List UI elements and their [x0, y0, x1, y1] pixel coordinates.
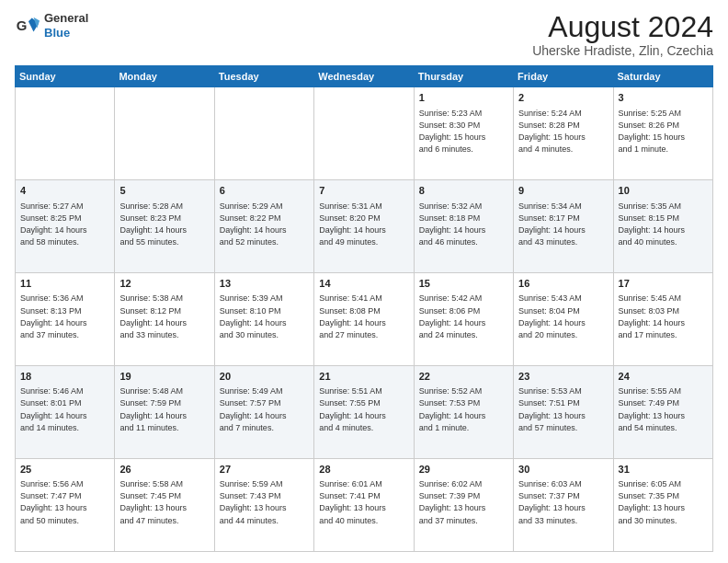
calendar-cell: 21Sunrise: 5:51 AM Sunset: 7:55 PM Dayli…: [314, 366, 414, 459]
calendar-cell: [16, 87, 115, 180]
calendar-cell: 24Sunrise: 5:55 AM Sunset: 7:49 PM Dayli…: [613, 366, 712, 459]
day-number: 13: [220, 277, 309, 291]
day-info: Sunrise: 5:39 AM Sunset: 8:10 PM Dayligh…: [220, 293, 309, 340]
calendar-cell: 8Sunrise: 5:32 AM Sunset: 8:18 PM Daylig…: [414, 180, 513, 273]
day-info: Sunrise: 6:03 AM Sunset: 7:37 PM Dayligh…: [518, 478, 608, 526]
day-number: 30: [518, 463, 608, 477]
calendar-cell: 13Sunrise: 5:39 AM Sunset: 8:10 PM Dayli…: [214, 273, 313, 366]
day-number: 11: [20, 277, 109, 291]
day-info: Sunrise: 5:41 AM Sunset: 8:08 PM Dayligh…: [319, 293, 408, 340]
calendar-cell: [314, 87, 414, 180]
title-block: August 2024 Uherske Hradiste, Zlin, Czec…: [532, 11, 713, 58]
calendar-cell: 4Sunrise: 5:27 AM Sunset: 8:25 PM Daylig…: [16, 180, 115, 273]
day-info: Sunrise: 6:01 AM Sunset: 7:41 PM Dayligh…: [319, 478, 408, 526]
calendar-cell: 28Sunrise: 6:01 AM Sunset: 7:41 PM Dayli…: [314, 459, 414, 552]
week-row-2: 4Sunrise: 5:27 AM Sunset: 8:25 PM Daylig…: [16, 180, 713, 273]
day-info: Sunrise: 5:55 AM Sunset: 7:49 PM Dayligh…: [619, 385, 708, 433]
day-info: Sunrise: 5:29 AM Sunset: 8:22 PM Dayligh…: [220, 201, 309, 248]
weekday-header-sunday: Sunday: [16, 66, 115, 87]
day-number: 29: [419, 463, 508, 477]
calendar-cell: 7Sunrise: 5:31 AM Sunset: 8:20 PM Daylig…: [314, 180, 414, 273]
day-info: Sunrise: 5:25 AM Sunset: 8:26 PM Dayligh…: [619, 108, 708, 155]
day-number: 28: [319, 463, 408, 477]
calendar-cell: 2Sunrise: 5:24 AM Sunset: 8:28 PM Daylig…: [514, 87, 613, 180]
logo-text: General Blue: [44, 11, 88, 40]
day-info: Sunrise: 5:59 AM Sunset: 7:43 PM Dayligh…: [220, 478, 309, 526]
weekday-header-tuesday: Tuesday: [214, 66, 313, 87]
day-number: 7: [319, 184, 408, 198]
day-info: Sunrise: 6:05 AM Sunset: 7:35 PM Dayligh…: [619, 478, 708, 526]
day-number: 12: [119, 277, 209, 291]
calendar-cell: 19Sunrise: 5:48 AM Sunset: 7:59 PM Dayli…: [115, 366, 214, 459]
day-info: Sunrise: 5:43 AM Sunset: 8:04 PM Dayligh…: [518, 293, 608, 340]
calendar-cell: 15Sunrise: 5:42 AM Sunset: 8:06 PM Dayli…: [414, 273, 513, 366]
day-info: Sunrise: 5:52 AM Sunset: 7:53 PM Dayligh…: [419, 385, 508, 433]
day-info: Sunrise: 5:51 AM Sunset: 7:55 PM Dayligh…: [319, 385, 408, 433]
week-row-5: 25Sunrise: 5:56 AM Sunset: 7:47 PM Dayli…: [16, 459, 713, 552]
calendar-cell: 14Sunrise: 5:41 AM Sunset: 8:08 PM Dayli…: [314, 273, 414, 366]
day-info: Sunrise: 5:56 AM Sunset: 7:47 PM Dayligh…: [20, 478, 109, 526]
day-number: 26: [119, 463, 209, 477]
day-info: Sunrise: 5:32 AM Sunset: 8:18 PM Dayligh…: [419, 201, 508, 248]
day-info: Sunrise: 5:36 AM Sunset: 8:13 PM Dayligh…: [20, 293, 109, 340]
day-number: 1: [419, 91, 508, 105]
day-number: 5: [119, 184, 209, 198]
day-info: Sunrise: 5:53 AM Sunset: 7:51 PM Dayligh…: [518, 385, 608, 433]
calendar-cell: 23Sunrise: 5:53 AM Sunset: 7:51 PM Dayli…: [514, 366, 613, 459]
calendar-cell: 17Sunrise: 5:45 AM Sunset: 8:03 PM Dayli…: [613, 273, 712, 366]
calendar-cell: 20Sunrise: 5:49 AM Sunset: 7:57 PM Dayli…: [214, 366, 313, 459]
day-number: 14: [319, 277, 408, 291]
header: G General Blue August 2024 Uherske Hradi…: [15, 11, 713, 58]
weekday-header-monday: Monday: [115, 66, 214, 87]
day-number: 22: [419, 370, 508, 384]
day-number: 18: [20, 370, 109, 384]
day-info: Sunrise: 5:35 AM Sunset: 8:15 PM Dayligh…: [619, 201, 708, 248]
weekday-header-thursday: Thursday: [414, 66, 513, 87]
day-info: Sunrise: 5:34 AM Sunset: 8:17 PM Dayligh…: [518, 201, 608, 248]
logo-line1: General: [44, 11, 88, 26]
day-number: 25: [20, 463, 109, 477]
calendar-cell: [214, 87, 313, 180]
calendar-cell: 5Sunrise: 5:28 AM Sunset: 8:23 PM Daylig…: [115, 180, 214, 273]
calendar-cell: 12Sunrise: 5:38 AM Sunset: 8:12 PM Dayli…: [115, 273, 214, 366]
weekday-header-row: SundayMondayTuesdayWednesdayThursdayFrid…: [16, 66, 713, 87]
calendar-cell: 25Sunrise: 5:56 AM Sunset: 7:47 PM Dayli…: [16, 459, 115, 552]
day-number: 2: [518, 91, 608, 105]
svg-text:G: G: [17, 17, 28, 32]
day-info: Sunrise: 5:46 AM Sunset: 8:01 PM Dayligh…: [20, 385, 109, 433]
day-info: Sunrise: 5:48 AM Sunset: 7:59 PM Dayligh…: [119, 385, 209, 433]
calendar-cell: 22Sunrise: 5:52 AM Sunset: 7:53 PM Dayli…: [414, 366, 513, 459]
day-info: Sunrise: 5:49 AM Sunset: 7:57 PM Dayligh…: [220, 385, 309, 433]
day-info: Sunrise: 5:42 AM Sunset: 8:06 PM Dayligh…: [419, 293, 508, 340]
calendar-cell: 10Sunrise: 5:35 AM Sunset: 8:15 PM Dayli…: [613, 180, 712, 273]
day-info: Sunrise: 5:58 AM Sunset: 7:45 PM Dayligh…: [119, 478, 209, 526]
week-row-3: 11Sunrise: 5:36 AM Sunset: 8:13 PM Dayli…: [16, 273, 713, 366]
weekday-header-friday: Friday: [514, 66, 613, 87]
day-number: 8: [419, 184, 508, 198]
day-info: Sunrise: 6:02 AM Sunset: 7:39 PM Dayligh…: [419, 478, 508, 526]
calendar-cell: 1Sunrise: 5:23 AM Sunset: 8:30 PM Daylig…: [414, 87, 513, 180]
day-number: 16: [518, 277, 608, 291]
day-number: 20: [220, 370, 309, 384]
calendar-cell: 9Sunrise: 5:34 AM Sunset: 8:17 PM Daylig…: [514, 180, 613, 273]
day-number: 24: [619, 370, 708, 384]
day-number: 17: [619, 277, 708, 291]
day-number: 27: [220, 463, 309, 477]
calendar-cell: 18Sunrise: 5:46 AM Sunset: 8:01 PM Dayli…: [16, 366, 115, 459]
calendar-cell: 11Sunrise: 5:36 AM Sunset: 8:13 PM Dayli…: [16, 273, 115, 366]
day-number: 19: [119, 370, 209, 384]
subtitle: Uherske Hradiste, Zlin, Czechia: [532, 43, 713, 58]
week-row-1: 1Sunrise: 5:23 AM Sunset: 8:30 PM Daylig…: [16, 87, 713, 180]
day-info: Sunrise: 5:24 AM Sunset: 8:28 PM Dayligh…: [518, 108, 608, 155]
calendar-cell: 29Sunrise: 6:02 AM Sunset: 7:39 PM Dayli…: [414, 459, 513, 552]
weekday-header-saturday: Saturday: [613, 66, 712, 87]
calendar-cell: [115, 87, 214, 180]
day-info: Sunrise: 5:38 AM Sunset: 8:12 PM Dayligh…: [119, 293, 209, 340]
day-number: 21: [319, 370, 408, 384]
day-number: 15: [419, 277, 508, 291]
day-number: 6: [220, 184, 309, 198]
calendar-cell: 26Sunrise: 5:58 AM Sunset: 7:45 PM Dayli…: [115, 459, 214, 552]
day-info: Sunrise: 5:23 AM Sunset: 8:30 PM Dayligh…: [419, 108, 508, 155]
day-number: 31: [619, 463, 708, 477]
logo-icon: G: [15, 13, 40, 39]
